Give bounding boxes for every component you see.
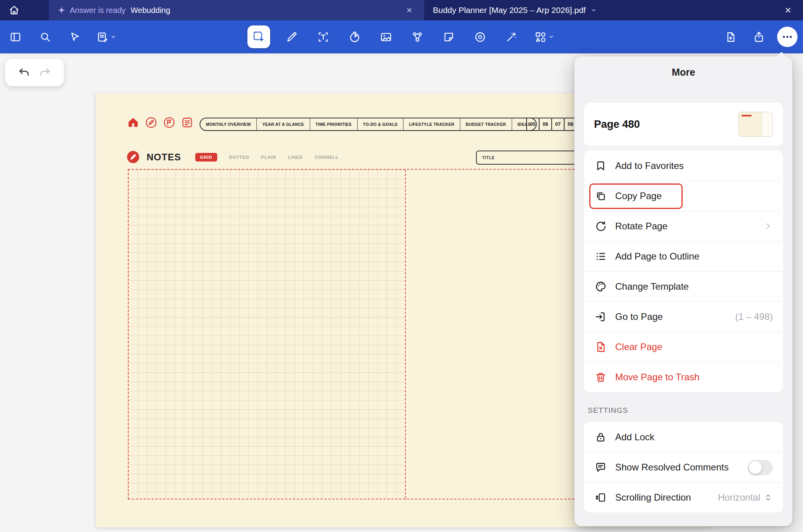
scrolling-direction-value: Horizontal (718, 492, 760, 503)
wand-icon (505, 31, 518, 43)
lasso-select-icon (252, 30, 265, 44)
tab-status-text: Answer is ready (70, 6, 125, 15)
notes-icon (96, 31, 109, 43)
wand-tool-button[interactable] (501, 27, 521, 47)
settings-section-header: SETTINGS (588, 406, 792, 415)
outline-list-icon (595, 251, 607, 262)
menu-item-change-template[interactable]: Change Template (584, 271, 783, 301)
text-icon (317, 31, 329, 43)
planner-corner-icons (127, 116, 194, 129)
menu-item-label: Rotate Page (615, 221, 667, 232)
menu-item-scrolling-direction[interactable]: Scrolling Direction Horizontal (584, 482, 783, 512)
style-tab-plain[interactable]: PLAIN (261, 155, 276, 160)
menu-item-rotate-page[interactable]: Rotate Page (584, 211, 783, 241)
month-tab-07[interactable]: 07 (551, 118, 565, 131)
redo-button[interactable] (38, 66, 51, 79)
menu-item-copy-page[interactable]: Copy Page (584, 181, 783, 211)
note-title-label: TITLE (482, 156, 495, 160)
menu-item-add-lock[interactable]: Add Lock (584, 422, 783, 452)
shapes-tool-button[interactable] (407, 27, 427, 47)
menu-item-show-resolved-comments[interactable]: Show Resolved Comments (584, 452, 783, 482)
nav-tab-monthly-overview[interactable]: MONTHLY OVERVIEW (200, 118, 256, 130)
undo-redo-card (5, 59, 64, 86)
undo-icon (18, 66, 31, 79)
settings-menu: Add Lock Show Resolved Comments Scrollin… (584, 422, 783, 512)
planner-list-icon[interactable] (181, 116, 194, 129)
elements-icon (534, 31, 547, 43)
menu-item-label: Add to Favorites (615, 160, 684, 171)
timer-icon (349, 31, 361, 43)
menu-item-clear-page[interactable]: Clear Page (584, 332, 783, 362)
share-button[interactable] (749, 27, 768, 47)
style-tab-dotted[interactable]: DOTTED (229, 155, 249, 160)
menu-item-go-to-page[interactable]: Go to Page (1 – 498) (584, 301, 783, 332)
tab-app-name: Webudding (131, 6, 170, 15)
home-button[interactable] (6, 2, 22, 18)
pointer-icon (69, 31, 81, 43)
menu-item-label: Copy Page (615, 191, 662, 202)
style-tab-cornell[interactable]: CORNELL (315, 155, 339, 160)
add-page-icon (725, 31, 737, 43)
undo-button[interactable] (18, 66, 31, 79)
elements-dropdown-button[interactable] (533, 27, 556, 47)
pointer-button[interactable] (65, 27, 85, 47)
menu-item-label: Move Page to Trash (615, 372, 699, 383)
nav-tab-budget-tracker[interactable]: BUDGET TRACKER (460, 118, 512, 130)
close-icon (406, 7, 413, 14)
nav-tab-lifestyle-tracker[interactable]: LIFESTYLE TRACKER (403, 118, 460, 130)
sticky-note-tool-button[interactable] (439, 27, 458, 47)
resolved-comments-toggle[interactable] (748, 460, 773, 475)
menu-item-add-page-to-outline[interactable]: Add Page to Outline (584, 241, 783, 271)
month-tab-06[interactable]: 06 (539, 118, 552, 131)
search-button[interactable] (35, 27, 55, 47)
timer-tool-button[interactable] (345, 27, 364, 47)
pen-icon (286, 31, 298, 43)
browser-tab[interactable]: Answer is ready Webudding (49, 0, 424, 20)
document-title-dropdown[interactable]: Buddy Planner [May 2025 – Arp 2026].pdf (433, 0, 597, 20)
sidebar-toggle-button[interactable] (5, 27, 25, 47)
record-icon (474, 31, 486, 43)
toolbar-right-group (721, 27, 798, 47)
nav-tab-year-at-a-glance[interactable]: YEAR AT A GLANCE (256, 118, 310, 130)
chevron-up-down-icon (763, 493, 773, 502)
more-panel-content: More Page 480 Add to Favorites Copy Page… (574, 56, 792, 526)
more-panel: More Page 480 Add to Favorites Copy Page… (574, 56, 792, 526)
tab-close-button[interactable] (403, 4, 416, 16)
pen-tool-button[interactable] (282, 27, 302, 47)
style-tab-lined[interactable]: LINED (288, 155, 303, 160)
go-to-page-icon (595, 311, 607, 323)
nav-tab-time-priorities[interactable]: TIME PRIORITIES (310, 118, 357, 130)
style-tab-grid[interactable]: GRID (195, 153, 217, 162)
planner-edit-icon[interactable] (145, 116, 158, 129)
record-tool-button[interactable] (470, 27, 490, 47)
shapes-icon (411, 31, 423, 43)
planner-flag-icon[interactable] (163, 116, 176, 129)
search-icon (39, 31, 51, 43)
menu-item-label: Scrolling Direction (615, 492, 691, 503)
text-tool-button[interactable] (313, 27, 333, 47)
titlebar: Answer is ready Webudding Buddy Planner … (0, 0, 803, 20)
document-title: Buddy Planner [May 2025 – Arp 2026].pdf (433, 5, 586, 15)
planner-nav-tabs: MONTHLY OVERVIEW YEAR AT A GLANCE TIME P… (200, 118, 537, 131)
page-actions-menu: Add to Favorites Copy Page Rotate Page A… (584, 151, 783, 392)
month-tab-05[interactable]: 05 (526, 118, 540, 131)
page-range-value: (1 – 498) (735, 311, 773, 322)
more-button[interactable] (777, 27, 798, 47)
sidebar-icon (9, 31, 22, 43)
chevron-down-icon (590, 7, 597, 13)
page-info-card: Page 480 (584, 103, 783, 146)
notes-dropdown-button[interactable] (95, 27, 118, 47)
nav-tab-todo-goals[interactable]: TO-DO & GOALS (357, 118, 403, 130)
add-page-button[interactable] (721, 27, 740, 47)
menu-item-add-to-favorites[interactable]: Add to Favorites (584, 151, 783, 181)
window-close-button[interactable] (780, 2, 796, 18)
notes-title: NOTES (147, 152, 181, 163)
lasso-select-tool-button[interactable] (247, 25, 270, 48)
image-tool-button[interactable] (376, 27, 396, 47)
copy-icon (595, 190, 607, 202)
planner-home-icon[interactable] (127, 116, 140, 129)
chevron-right-icon (763, 222, 773, 231)
menu-item-move-page-to-trash[interactable]: Move Page to Trash (584, 362, 783, 392)
scroll-direction-icon (595, 492, 607, 503)
chevron-down-icon (111, 34, 116, 40)
